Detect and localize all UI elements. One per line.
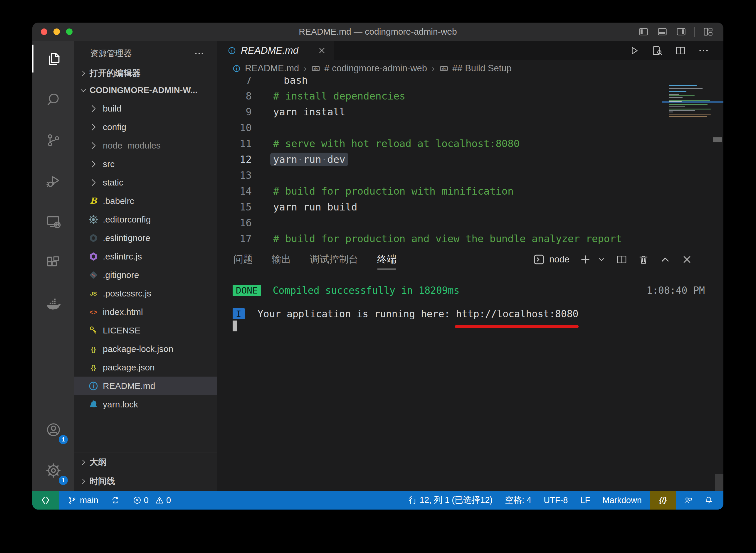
svg-text:abc: abc [441,67,447,70]
terminal-picker[interactable]: node [533,253,569,266]
sidebar-more-actions-icon[interactable] [194,48,204,59]
split-editor-icon[interactable] [675,45,686,56]
eol-text: LF [580,495,590,505]
tree-item-LICENSE[interactable]: LICENSE [74,321,217,340]
window-title: README.md — codingmore-admin-web [299,27,457,37]
activity-item-extensions[interactable] [32,242,74,283]
tree-item-static[interactable]: static [74,173,217,192]
problems-item[interactable]: 0 0 [128,491,179,509]
outline-section[interactable]: 大纲 [74,453,217,472]
activity-item-settings[interactable]: 1 [32,450,74,491]
tree-item-config[interactable]: config [74,118,217,136]
notifications-item[interactable] [700,491,724,509]
split-terminal-icon[interactable] [616,254,628,265]
localhost-link[interactable]: http://localhost:8080 [456,308,578,320]
breadcrumb-heading2[interactable]: ## Build Setup [452,63,511,74]
breadcrumb-file[interactable]: README.md [245,63,299,74]
line-number: 9 [217,104,252,120]
toggle-secondary-sidebar-icon[interactable] [676,26,687,37]
tree-item-package-lock.json[interactable]: {}package-lock.json [74,340,217,358]
new-terminal-icon[interactable] [579,254,591,265]
yarn-file-icon [88,399,99,410]
tree-item-node_modules[interactable]: node_modules [74,136,217,155]
tree-item-.gitignore[interactable]: .gitignore [74,266,217,284]
terminal-dropdown-icon[interactable] [597,255,606,264]
settings-icon [45,462,62,479]
code-line-15: 15yarn run build [217,199,724,215]
more-actions-icon[interactable] [698,45,709,56]
activity-item-remote-explorer[interactable] [32,202,74,242]
tree-item-README.md[interactable]: README.md [74,377,217,395]
close-window-button[interactable] [41,28,47,35]
tree-item-yarn.lock[interactable]: yarn.lock [74,395,217,413]
code-line-17: 17# build for production and view the bu… [217,231,724,247]
kill-terminal-icon[interactable] [638,254,649,265]
tree-item-src[interactable]: src [74,155,217,173]
code-line-7: 7bash [217,77,724,88]
minimap-line [669,91,686,92]
chevron-right-icon [79,69,88,78]
tree-item-.babelrc[interactable]: B.babelrc [74,192,217,210]
tree-item-.eslintrc.js[interactable]: .eslintrc.js [74,247,217,266]
formatter-status-item[interactable]: {/} [650,491,676,509]
tree-item-label: .editorconfig [103,215,151,225]
tab-readme[interactable]: README.md [217,41,334,60]
maximize-panel-icon[interactable] [660,254,671,265]
whitespace-dot: · [321,154,327,165]
code-line-10: 10 [217,120,724,136]
chevron-right-icon [88,159,99,170]
eol-item[interactable]: LF [576,491,594,509]
tree-item-index.html[interactable]: <>index.html [74,303,217,321]
language-mode-item[interactable]: Markdown [598,491,646,509]
bell-icon [704,495,713,505]
tree-item-.editorconfig[interactable]: .editorconfig [74,210,217,229]
customize-layout-icon[interactable] [702,26,714,37]
sync-icon [111,495,120,505]
sync-item[interactable] [107,491,124,509]
activity-item-docker[interactable] [32,283,74,324]
terminal[interactable]: DONE Compiled successfully in 18209ms 1:… [217,270,724,491]
panel-tab-终端[interactable]: 终端 [377,249,397,270]
line-number: 11 [217,136,252,151]
activity-item-accounts[interactable]: 1 [32,409,74,450]
babel-file-icon: B [88,195,99,207]
git-branch-item[interactable]: main [63,491,102,509]
remote-indicator[interactable] [32,491,59,509]
tree-item-label: README.md [103,381,155,391]
feedback-item[interactable] [680,491,696,509]
run-icon[interactable] [628,45,640,56]
open-editors-section[interactable]: 打开的编辑器 [74,66,217,81]
open-preview-icon[interactable] [651,45,663,56]
breadcrumb: README.md › abc # codingmore-admin-web ›… [217,60,724,77]
toggle-sidebar-icon[interactable] [638,26,649,37]
eslint-dim-file-icon [88,232,99,244]
tree-item-build[interactable]: build [74,99,217,118]
close-tab-icon[interactable] [318,46,326,55]
close-panel-icon[interactable] [681,254,693,265]
panel-tab-输出[interactable]: 输出 [272,249,291,270]
indentation-item[interactable]: 空格: 4 [501,491,535,509]
project-root-section[interactable]: CODINGMORE-ADMIN-W... [74,81,217,99]
activity-item-explorer[interactable] [32,38,74,79]
cursor-position-item[interactable]: 行 12, 列 1 (已选择12) [405,491,497,509]
code-editor[interactable]: 7bash8# install dependencies9yarn instal… [217,77,724,248]
breadcrumb-heading1[interactable]: # codingmore-admin-web [324,63,427,74]
panel-scrollbar[interactable] [715,474,724,491]
code-line-13: 13 [217,167,724,183]
remote-icon [45,214,62,230]
warning-count: 0 [166,495,171,505]
line-text [252,120,273,136]
activity-item-run-and-debug[interactable] [32,161,74,202]
minimize-window-button[interactable] [54,28,60,35]
toggle-panel-icon[interactable] [657,26,668,37]
activity-item-source-control[interactable] [32,120,74,161]
timeline-section[interactable]: 时间线 [74,472,217,491]
encoding-item[interactable]: UTF-8 [540,491,572,509]
tree-item-.eslintignore[interactable]: .eslintignore [74,229,217,247]
panel-tab-调试控制台[interactable]: 调试控制台 [310,249,358,270]
activity-item-search[interactable] [32,79,74,120]
tree-item-package.json[interactable]: {}package.json [74,358,217,377]
zoom-window-button[interactable] [66,28,73,35]
tree-item-.postcssrc.js[interactable]: JS.postcssrc.js [74,284,217,303]
panel-tab-问题[interactable]: 问题 [233,249,253,270]
